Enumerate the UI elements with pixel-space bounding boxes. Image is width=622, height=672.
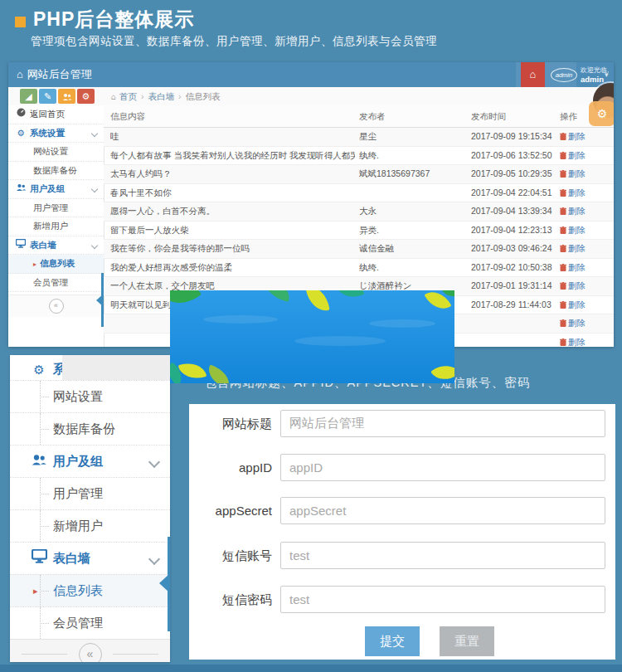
- cell-time: 2017-09-04 22:04:51: [471, 184, 558, 202]
- cell-author: 斌斌18135697367: [359, 165, 467, 183]
- dashboard-icon: [15, 105, 27, 124]
- page-subtitle: 管理项包含网站设置、数据库备份、用户管理、新增用户、信息列表与会员管理: [31, 34, 437, 49]
- sidebar-collapse[interactable]: «: [8, 295, 104, 317]
- sidebar-item-site-settings[interactable]: 网站设置: [8, 143, 104, 162]
- delete-link[interactable]: 删除: [560, 318, 586, 328]
- username: admin: [581, 75, 604, 84]
- col-header-content: 信息内容: [110, 105, 355, 127]
- sidebar-item-user-management[interactable]: 用户管理: [8, 199, 104, 218]
- trash-icon: [560, 301, 566, 309]
- settings-button[interactable]: ⚙: [77, 89, 95, 104]
- panel-collapse[interactable]: «: [10, 639, 170, 662]
- site-title-input[interactable]: [280, 410, 605, 437]
- nav-home-button[interactable]: ⌂: [521, 62, 545, 87]
- reset-button[interactable]: 重置: [440, 626, 494, 656]
- delete-link[interactable]: 删除: [560, 243, 586, 253]
- table-row: 太马有人约吗？ 斌斌18135697367 2017-09-05 10:29:3…: [104, 165, 614, 184]
- delete-link[interactable]: 删除: [560, 299, 586, 309]
- page-canvas: PHP后台整体展示 管理项包含网站设置、数据库备份、用户管理、新增用户、信息列表…: [0, 0, 622, 672]
- settings-panel: ⚙系统设置 网站设置 数据库备份 用户及组 用户管理 新增用户 表白墙 ▸信息列…: [10, 355, 170, 662]
- settings-fab-button[interactable]: ⚙: [589, 101, 614, 126]
- cell-time: 2017-09-04 12:23:13: [471, 222, 558, 240]
- panel-item-member-management[interactable]: 会员管理: [10, 606, 170, 639]
- cell-author: 星尘: [359, 128, 467, 146]
- col-header-time: 发布时间: [471, 105, 558, 127]
- sidebar-item-home[interactable]: 返回首页: [8, 105, 104, 124]
- sidebar: 返回首页 ⚙系统设置 网站设置 数据库备份 用户及组 用户管理 新增用户 表白墙…: [8, 105, 104, 347]
- appsecret-input[interactable]: [280, 497, 605, 524]
- page-title: PHP后台整体展示: [33, 7, 194, 32]
- panel-item-user-management[interactable]: 用户管理: [10, 477, 170, 509]
- delete-link[interactable]: 删除: [560, 168, 586, 178]
- sidebar-item-wall[interactable]: 表白墙: [8, 236, 104, 256]
- panel-item-message-list[interactable]: ▸信息列表: [10, 574, 170, 606]
- crop-overlay: [62, 355, 170, 380]
- edit-button[interactable]: ✎: [39, 89, 56, 104]
- cell-author: 纨绔.: [359, 259, 467, 277]
- chart-button[interactable]: ◢: [20, 89, 37, 104]
- panel-item-add-user[interactable]: 新增用户: [10, 509, 170, 542]
- delete-link[interactable]: 删除: [560, 187, 586, 197]
- panel-item-users-groups[interactable]: 用户及组: [10, 445, 170, 477]
- submit-button[interactable]: 提交: [365, 626, 420, 656]
- breadcrumb-current: 信息列表: [186, 91, 221, 101]
- home-icon: ⌂: [111, 92, 116, 101]
- cell-time: 2017-09-02 10:50:38: [471, 259, 558, 277]
- home-icon: ⌂: [530, 68, 537, 80]
- sms-account-input[interactable]: [280, 542, 605, 569]
- cell-author: 诚信金融: [359, 240, 467, 258]
- sidebar-item-message-list[interactable]: ▸信息列表: [8, 255, 104, 274]
- delete-link[interactable]: 删除: [560, 262, 586, 272]
- users-icon: [15, 180, 27, 198]
- chevron-down-icon: [148, 456, 160, 468]
- sidebar-item-system-settings[interactable]: ⚙系统设置: [8, 124, 104, 144]
- panel-item-site-settings[interactable]: 网站设置: [10, 380, 170, 412]
- cell-content: 愿得一人心，白首不分离。: [110, 202, 355, 221]
- cell-author: 异类.: [359, 222, 467, 240]
- brand[interactable]: ⌂网站后台管理: [17, 62, 92, 87]
- delete-link[interactable]: 删除: [560, 206, 586, 216]
- navbar: ⌂网站后台管理 ⌂ admin 欢迎光临, admin ▾: [8, 62, 614, 87]
- leaf-decoration: [261, 290, 294, 302]
- table-row: 我在等你，你会是我等待的那一位吗 诚信金融 2017-09-03 09:46:2…: [104, 240, 614, 259]
- panel-item-db-backup[interactable]: 数据库备份: [10, 412, 170, 445]
- gear-icon: ⚙: [30, 356, 48, 380]
- gear-icon: ⚙: [597, 107, 608, 120]
- cell-content: 哇: [110, 128, 355, 146]
- delete-link[interactable]: 删除: [560, 280, 586, 290]
- trash-icon: [560, 264, 566, 271]
- panel-item-wall[interactable]: 表白墙: [10, 542, 170, 574]
- leaf-decoration: [337, 290, 364, 302]
- delete-link[interactable]: 删除: [560, 131, 586, 141]
- admin-badge: admin: [551, 68, 577, 82]
- caret-down-icon[interactable]: ▾: [605, 71, 609, 79]
- cell-content: 我在等你，你会是我等待的那一位吗: [110, 240, 355, 258]
- sidebar-item-users-groups[interactable]: 用户及组: [8, 180, 104, 199]
- breadcrumb-home[interactable]: 首页: [119, 91, 137, 101]
- trash-icon: [560, 207, 566, 215]
- cell-time: 2017-09-01 19:31:14: [471, 277, 558, 295]
- users-button[interactable]: [58, 89, 75, 104]
- sms-password-input[interactable]: [280, 586, 605, 613]
- cell-content: 太马有人约吗？: [110, 165, 355, 183]
- active-arrow-icon: ▸: [33, 261, 36, 268]
- table-header-row: 信息内容 发布者 发布时间 操作: [104, 105, 614, 128]
- leaf-decoration: [305, 290, 329, 314]
- appid-input[interactable]: [280, 454, 605, 481]
- field-label-sms-account: 短信账号: [189, 542, 272, 569]
- settings-form: 网站标题 appID appSecret 短信账号 短信密码 提交 重置: [189, 404, 615, 660]
- sidebar-item-add-user[interactable]: 新增用户: [8, 217, 104, 236]
- breadcrumb: ⌂首页›表白墙›信息列表: [111, 87, 221, 105]
- trash-icon: [560, 245, 566, 252]
- cloud-decoration: [203, 315, 278, 324]
- sidebar-item-member-management[interactable]: 会员管理: [8, 274, 104, 293]
- cell-author: 纨绔.: [359, 147, 467, 165]
- delete-link[interactable]: 删除: [560, 225, 586, 235]
- delete-link[interactable]: 删除: [560, 150, 586, 160]
- breadcrumb-section[interactable]: 表白墙: [148, 91, 175, 101]
- leaf-decoration: [170, 290, 202, 313]
- chevron-down-icon: [91, 241, 98, 248]
- delete-link[interactable]: 删除: [560, 337, 586, 347]
- chevron-down-icon: [148, 553, 160, 565]
- sidebar-item-db-backup[interactable]: 数据库备份: [8, 162, 104, 181]
